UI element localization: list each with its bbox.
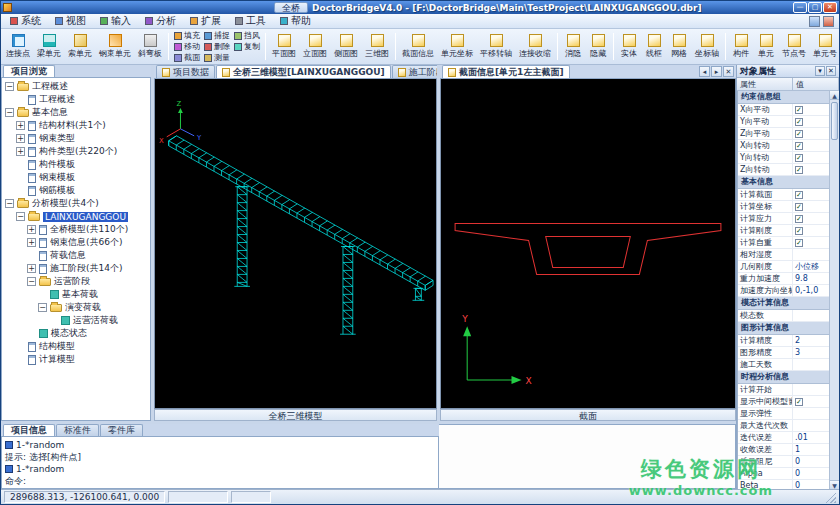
property-row-12[interactable]: 计算自重✓ [738,237,829,249]
property-row-24[interactable]: 计算开始 [738,384,829,396]
scroll-left-icon[interactable]: ◂ [699,66,710,77]
toolbar-button-1-2[interactable]: 挡风 [234,30,260,41]
scroll-up-icon[interactable]: ▲ [830,91,839,100]
property-row-25[interactable]: 显示中间模型窗✓ [738,396,829,408]
property-row-21[interactable]: 图形精度3 [738,347,829,359]
toolbar-button-2-0[interactable]: 平面图 [269,30,299,63]
minimize-button[interactable]: — [793,2,807,13]
collapse-icon[interactable]: ▾ [815,66,825,76]
doc-tab-0[interactable]: 项目数据 [156,65,215,78]
toolbar-button-1-1[interactable]: 捕捉 [204,30,230,41]
project-tree-tab[interactable]: 项目浏览 [3,65,55,77]
toolbar-button-0-0[interactable]: 连接点 [3,30,33,63]
tree-item-21[interactable]: 计算模型 [2,353,150,366]
checkbox-icon[interactable]: ✓ [795,166,803,174]
property-row-11[interactable]: 计算刚度✓ [738,225,829,237]
property-row-22[interactable]: 施工天数 [738,359,829,371]
property-row-4[interactable]: X向转动✓ [738,140,829,152]
toolbar-button-5-0[interactable]: 实体 [617,30,641,63]
close-icon[interactable]: ✕ [826,66,836,76]
property-row-13[interactable]: 相对湿度 [738,249,829,261]
close-icon[interactable]: ✕ [723,66,734,77]
property-row-2[interactable]: Y向平动✓ [738,116,829,128]
toolbar-button-1-7[interactable]: 测量 [204,52,230,63]
output-tab-0[interactable]: 项目信息 [3,424,55,436]
close-button[interactable]: ✕ [823,2,837,13]
menu-item-2[interactable]: 输入 [93,14,138,29]
property-row-3[interactable]: Z向平动✓ [738,128,829,140]
menu-item-0[interactable]: 系统 [3,14,48,29]
tree-item-1[interactable]: 工程概述 [2,93,150,106]
tree-item-20[interactable]: 结构模型 [2,340,150,353]
maximize-button[interactable]: ▢ [808,2,822,13]
tree-expander-icon[interactable]: + [27,225,36,234]
toolbar-button-0-1[interactable]: 梁单元 [34,30,64,63]
property-row-18[interactable]: 模态数 [738,310,829,322]
property-row-15[interactable]: 重力加速度9.8 [738,273,829,285]
tree-expander-icon[interactable]: − [27,277,36,286]
toolbar-button-1-5[interactable]: 复制 [234,41,260,52]
checkbox-icon[interactable]: ✓ [795,191,803,199]
help-shortcut-icon[interactable] [823,16,834,27]
tree-item-16[interactable]: 基本荷载 [2,288,150,301]
property-row-28[interactable]: 迭代误差.01 [738,432,829,444]
tree-item-19[interactable]: 模态状态 [2,327,150,340]
toolbar-button-2-2[interactable]: 侧面图 [331,30,361,63]
output-tab-2[interactable]: 零件库 [100,424,143,436]
toolbar-button-1-0[interactable]: 填充 [174,30,200,41]
property-row-6[interactable]: Z向转动✓ [738,164,829,176]
tree-item-18[interactable]: 运营活荷载 [2,314,150,327]
menu-item-3[interactable]: 分析 [138,14,183,29]
menu-item-6[interactable]: 帮助 [273,14,318,29]
tree-expander-icon[interactable]: − [5,82,14,91]
toolbar-button-3-3[interactable]: 连接收缩 [516,30,554,63]
tree-item-12[interactable]: +钢束信息(共66个) [2,236,150,249]
tree-expander-icon[interactable]: − [5,108,14,117]
output-log[interactable]: 1-*random提示: 选择[构件点]1-*random命令: [1,437,439,489]
checkbox-icon[interactable]: ✓ [795,398,803,406]
property-row-14[interactable]: 几何刚度小位移 [738,261,829,273]
tree-item-5[interactable]: +构件类型(共220个) [2,145,150,158]
tree-expander-icon[interactable]: + [16,121,25,130]
section-canvas[interactable]: Y X [440,79,736,409]
tree-item-6[interactable]: 构件模板 [2,158,150,171]
toolbar-button-1-6[interactable]: 截面 [174,52,200,63]
toolbar-button-6-0[interactable]: 构件 [729,30,753,63]
toolbar-button-0-2[interactable]: 索单元 [65,30,95,63]
toolbar-button-1-4[interactable]: 删除 [204,41,230,52]
tree-item-14[interactable]: +施工阶段(共14个) [2,262,150,275]
scrollbar-thumb[interactable] [831,102,838,140]
menu-item-4[interactable]: 扩展 [183,14,228,29]
property-row-16[interactable]: 加速度方向坐标0,-1,0 [738,285,829,297]
checkbox-icon[interactable]: ✓ [795,154,803,162]
toolbar-button-5-3[interactable]: 坐标轴 [692,30,722,63]
toolbar-button-0-4[interactable]: 斜弯板 [135,30,165,63]
property-row-9[interactable]: 计算坐标✓ [738,201,829,213]
toolbar-button-0-3[interactable]: 钢束单元 [96,30,134,63]
property-row-10[interactable]: 计算应力✓ [738,213,829,225]
tree-expander-icon[interactable]: + [16,147,25,156]
tree-item-17[interactable]: −演变荷载 [2,301,150,314]
section-tab[interactable]: 截面信息[单元1左主截面] [442,65,570,78]
tree-item-10[interactable]: −LAINXUGANGGOU [2,210,150,223]
tree-item-0[interactable]: −工程概述 [2,80,150,93]
toolbar-button-3-1[interactable]: 单元坐标 [438,30,476,63]
toolbar-button-5-1[interactable]: 线框 [642,30,666,63]
tree-expander-icon[interactable]: − [38,303,47,312]
checkbox-icon[interactable]: ✓ [795,118,803,126]
toolbar-button-3-2[interactable]: 平移转轴 [477,30,515,63]
toolbar-button-5-2[interactable]: 网格 [667,30,691,63]
tree-expander-icon[interactable]: − [5,199,14,208]
checkbox-icon[interactable]: ✓ [795,227,803,235]
property-row-1[interactable]: X向平动✓ [738,104,829,116]
toolbar-button-3-0[interactable]: 截面信息 [399,30,437,63]
checkbox-icon[interactable]: ✓ [795,106,803,114]
property-row-27[interactable]: 最大迭代次数 [738,420,829,432]
tree-item-9[interactable]: −分析模型(共4个) [2,197,150,210]
doc-tab-2[interactable]: 施工阶段[阶段_12] [392,65,437,78]
property-row-29[interactable]: 收敛误差1 [738,444,829,456]
menu-item-1[interactable]: 视图 [48,14,93,29]
checkbox-icon[interactable]: ✓ [795,130,803,138]
property-row-20[interactable]: 计算精度2 [738,335,829,347]
checkbox-icon[interactable]: ✓ [795,203,803,211]
